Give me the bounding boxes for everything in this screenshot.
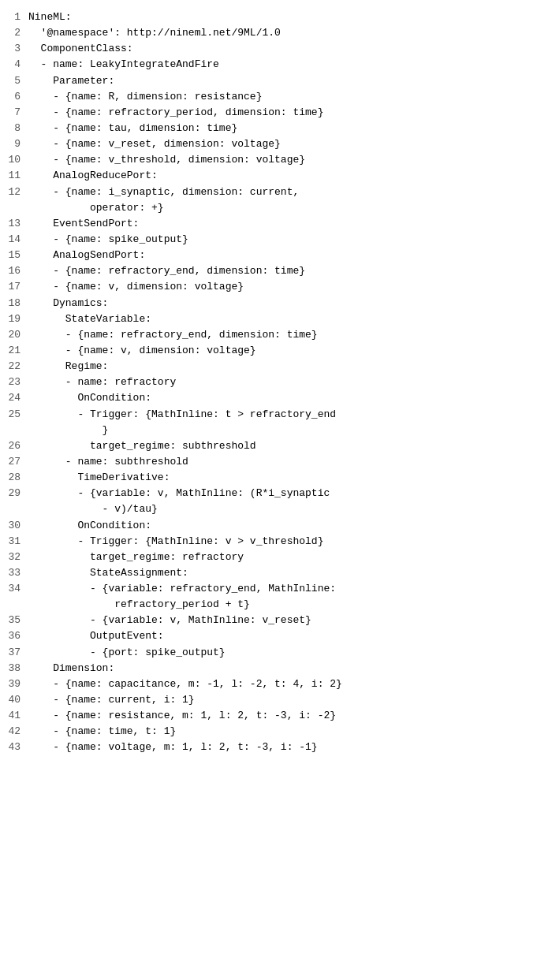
code-line: 40 - {name: current, i: 1} [0, 692, 537, 708]
line-content: - {name: refractory_end, dimension: time… [28, 327, 537, 343]
line-number: 17 [0, 279, 28, 295]
code-continuation-line: } [0, 423, 537, 438]
line-number: 7 [0, 105, 28, 121]
code-line: 24 OnCondition: [0, 390, 537, 406]
line-content: OnCondition: [28, 390, 537, 406]
line-content: - {variable: refractory_end, MathInline: [28, 581, 537, 597]
line-content: - {name: R, dimension: resistance} [28, 89, 537, 105]
code-line: 34 - {variable: refractory_end, MathInli… [0, 581, 537, 597]
line-number: 12 [0, 184, 28, 200]
line-content: - {name: current, i: 1} [28, 692, 537, 708]
line-content: StateAssignment: [28, 565, 537, 581]
code-line: 15 AnalogSendPort: [0, 248, 537, 263]
line-number: 40 [0, 692, 28, 708]
line-number: 10 [0, 152, 28, 168]
line-number: 36 [0, 628, 28, 644]
line-content: - name: LeakyIntegrateAndFire [28, 57, 537, 73]
line-content: target_regime: subthreshold [28, 438, 537, 454]
line-number: 29 [0, 486, 28, 501]
code-line: 17 - {name: v, dimension: voltage} [0, 279, 537, 295]
line-content: TimeDerivative: [28, 470, 537, 486]
line-number: 1 [0, 9, 28, 25]
code-line: 1NineML: [0, 9, 537, 25]
code-continuation-line: - v)/tau} [0, 501, 537, 517]
code-block: 1NineML:2 '@namespace': http://nineml.ne… [0, 6, 537, 759]
code-continuation-line: operator: +} [0, 200, 537, 216]
line-number: 34 [0, 581, 28, 597]
line-number: 22 [0, 359, 28, 374]
line-number: 37 [0, 645, 28, 661]
code-line: 33 StateAssignment: [0, 565, 537, 581]
code-line: 14 - {name: spike_output} [0, 232, 537, 248]
line-content: - {name: v_reset, dimension: voltage} [28, 136, 537, 152]
code-line: 32 target_regime: refractory [0, 550, 537, 565]
line-content: OutputEvent: [28, 628, 537, 644]
line-content: - {name: tau, dimension: time} [28, 121, 537, 136]
line-content: - {variable: v, MathInline: (R*i_synapti… [28, 486, 537, 501]
line-number: 39 [0, 676, 28, 692]
code-line: 16 - {name: refractory_end, dimension: t… [0, 263, 537, 279]
code-line: 26 target_regime: subthreshold [0, 438, 537, 454]
line-number: 11 [0, 168, 28, 184]
line-number: 42 [0, 724, 28, 740]
code-line: 25 - Trigger: {MathInline: t > refractor… [0, 407, 537, 423]
line-content: - {name: voltage, m: 1, l: 2, t: -3, i: … [28, 740, 537, 755]
continuation-content: refractory_period + t} [28, 597, 537, 613]
line-number: 30 [0, 518, 28, 534]
code-line: 29 - {variable: v, MathInline: (R*i_syna… [0, 486, 537, 501]
line-content: - {name: resistance, m: 1, l: 2, t: -3, … [28, 708, 537, 724]
code-line: 27 - name: subthreshold [0, 454, 537, 470]
line-number: 5 [0, 73, 28, 89]
code-line: 5 Parameter: [0, 73, 537, 89]
line-content: - {name: v, dimension: voltage} [28, 279, 537, 295]
line-number: 9 [0, 136, 28, 152]
line-number: 18 [0, 296, 28, 311]
line-number: 21 [0, 343, 28, 359]
line-number: 13 [0, 216, 28, 232]
code-line: 20 - {name: refractory_end, dimension: t… [0, 327, 537, 343]
code-line: 22 Regime: [0, 359, 537, 374]
line-content: - {name: v, dimension: voltage} [28, 343, 537, 359]
line-number: 35 [0, 613, 28, 628]
continuation-content: } [28, 423, 537, 438]
line-content: OnCondition: [28, 518, 537, 534]
line-content: Dynamics: [28, 296, 537, 311]
code-line: 41 - {name: resistance, m: 1, l: 2, t: -… [0, 708, 537, 724]
line-number: 15 [0, 248, 28, 263]
line-number: 41 [0, 708, 28, 724]
line-content: ComponentClass: [28, 41, 537, 57]
line-number: 14 [0, 232, 28, 248]
line-content: '@namespace': http://nineml.net/9ML/1.0 [28, 25, 537, 41]
code-line: 21 - {name: v, dimension: voltage} [0, 343, 537, 359]
line-number: 31 [0, 534, 28, 550]
line-number: 38 [0, 661, 28, 676]
code-line: 38 Dimension: [0, 661, 537, 676]
code-line: 36 OutputEvent: [0, 628, 537, 644]
line-content: AnalogReducePort: [28, 168, 537, 184]
line-content: EventSendPort: [28, 216, 537, 232]
line-number: 4 [0, 57, 28, 73]
continuation-content: - v)/tau} [28, 501, 537, 517]
code-line: 30 OnCondition: [0, 518, 537, 534]
code-line: 39 - {name: capacitance, m: -1, l: -2, t… [0, 676, 537, 692]
code-line: 2 '@namespace': http://nineml.net/9ML/1.… [0, 25, 537, 41]
line-content: target_regime: refractory [28, 550, 537, 565]
line-number: 26 [0, 438, 28, 454]
line-content: - {name: capacitance, m: -1, l: -2, t: 4… [28, 676, 537, 692]
code-line: 4 - name: LeakyIntegrateAndFire [0, 57, 537, 73]
line-content: Parameter: [28, 73, 537, 89]
line-content: - {name: time, t: 1} [28, 724, 537, 740]
line-number: 28 [0, 470, 28, 486]
line-number: 27 [0, 454, 28, 470]
line-content: - {name: v_threshold, dimension: voltage… [28, 152, 537, 168]
line-content: - {variable: v, MathInline: v_reset} [28, 613, 537, 628]
code-line: 12 - {name: i_synaptic, dimension: curre… [0, 184, 537, 200]
line-content: Dimension: [28, 661, 537, 676]
line-content: - name: refractory [28, 374, 537, 390]
line-number: 20 [0, 327, 28, 343]
code-line: 9 - {name: v_reset, dimension: voltage} [0, 136, 537, 152]
code-line: 11 AnalogReducePort: [0, 168, 537, 184]
line-number: 25 [0, 407, 28, 423]
line-number: 3 [0, 41, 28, 57]
code-line: 23 - name: refractory [0, 374, 537, 390]
